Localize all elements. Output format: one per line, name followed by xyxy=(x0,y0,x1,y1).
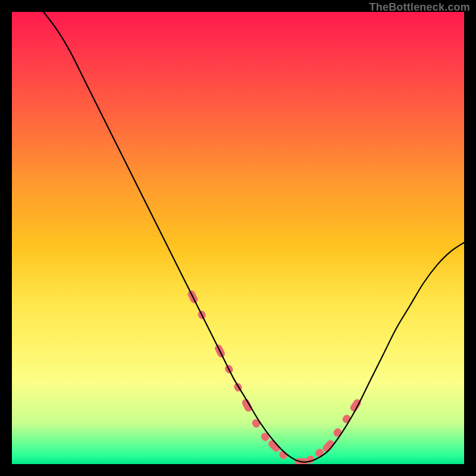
marker-dot xyxy=(262,434,268,440)
chart-frame: TheBottleneck.com xyxy=(0,0,476,476)
plot-area xyxy=(12,12,464,464)
marker-dot xyxy=(316,450,322,456)
markers-group xyxy=(187,289,362,464)
chart-svg xyxy=(12,12,464,464)
bottleneck-curve xyxy=(43,12,464,462)
